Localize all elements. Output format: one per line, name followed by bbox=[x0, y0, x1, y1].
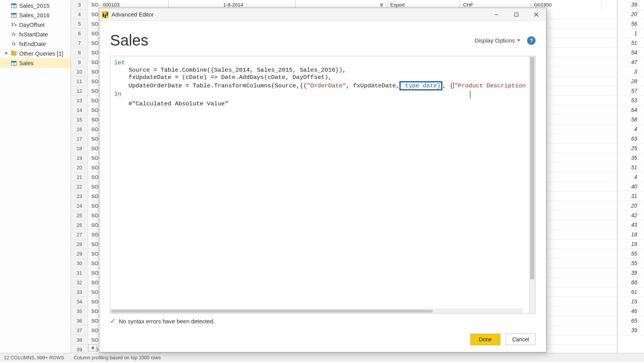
row-number[interactable]: 23 bbox=[71, 192, 88, 201]
syntax-message: No syntax errors have been detected. bbox=[119, 318, 215, 324]
row-number[interactable]: 39 bbox=[71, 345, 88, 353]
minimize-button[interactable] bbox=[488, 9, 505, 20]
scroll-thumb[interactable] bbox=[530, 57, 534, 279]
row-number[interactable]: 11 bbox=[71, 77, 88, 86]
row-number[interactable]: 8 bbox=[71, 48, 88, 57]
code-keyword: let bbox=[114, 59, 125, 66]
row-number[interactable]: 16 bbox=[71, 124, 88, 134]
done-button[interactable]: Done bbox=[470, 334, 500, 345]
dialog-title: Advanced Editor bbox=[112, 11, 485, 18]
right-value: 42 bbox=[618, 211, 644, 220]
code-area[interactable]: let Source = Table.Combine({Sales_2014, … bbox=[110, 56, 529, 313]
row-number[interactable]: 21 bbox=[71, 172, 88, 182]
caret-down-icon bbox=[5, 52, 8, 54]
right-value: 43 bbox=[618, 220, 644, 230]
right-value: 39 bbox=[618, 268, 644, 278]
row-number[interactable]: 12 bbox=[71, 86, 88, 96]
row-number[interactable]: 24 bbox=[71, 201, 88, 211]
help-button[interactable]: ? bbox=[527, 36, 536, 45]
row-number[interactable]: 6 bbox=[71, 29, 88, 38]
row-number[interactable]: 18 bbox=[71, 144, 88, 153]
right-value: 3 bbox=[618, 67, 644, 77]
right-value: 55 bbox=[618, 249, 644, 259]
dialog-titlebar[interactable]: Advanced Editor bbox=[99, 8, 546, 21]
right-value: 58 bbox=[618, 115, 644, 124]
minimize-icon bbox=[494, 12, 499, 17]
scroll-left-button[interactable] bbox=[88, 344, 97, 352]
query-item[interactable]: 1²₃ DayOffset bbox=[0, 20, 71, 29]
row-number[interactable]: 32 bbox=[71, 278, 88, 287]
code-editor[interactable]: let Source = Table.Combine({Sales_2014, … bbox=[110, 56, 536, 314]
vertical-scrollbar[interactable] bbox=[529, 56, 535, 313]
row-number[interactable]: 30 bbox=[71, 259, 88, 268]
code-string: "OrderDate" bbox=[307, 82, 346, 89]
row-number[interactable]: 4 bbox=[71, 10, 88, 19]
right-value: 65 bbox=[618, 316, 644, 326]
row-number[interactable]: 34 bbox=[71, 297, 88, 306]
close-button[interactable] bbox=[528, 9, 545, 20]
highlighted-selection: type date} bbox=[399, 81, 442, 90]
row-number[interactable]: 36 bbox=[71, 316, 88, 326]
row-number[interactable]: 14 bbox=[71, 105, 88, 115]
query-group[interactable]: Other Queries [1] bbox=[0, 49, 71, 58]
right-value: 46 bbox=[618, 306, 644, 316]
row-number[interactable]: 5 bbox=[71, 19, 88, 29]
row-number[interactable]: 33 bbox=[71, 287, 88, 297]
query-label: Sales_2016 bbox=[19, 12, 49, 18]
row-number[interactable]: 22 bbox=[71, 182, 88, 192]
row-number[interactable]: 7 bbox=[71, 38, 88, 48]
row-number[interactable]: 31 bbox=[71, 268, 88, 278]
horizontal-scrollbar[interactable] bbox=[110, 309, 523, 313]
right-value: 28 bbox=[618, 77, 644, 86]
row-number[interactable]: 17 bbox=[71, 134, 88, 144]
row-number[interactable]: 20 bbox=[71, 163, 88, 172]
query-item[interactable]: fx fxStartDate bbox=[0, 29, 71, 39]
status-bar: 12 COLUMNS, 999+ ROWS Column profiling b… bbox=[0, 353, 644, 362]
scroll-thumb[interactable] bbox=[111, 310, 433, 313]
number-icon: 1²₃ bbox=[11, 22, 17, 28]
close-icon bbox=[534, 12, 539, 17]
row-number[interactable]: 37 bbox=[71, 326, 88, 335]
right-value: 4 bbox=[618, 172, 644, 182]
right-value: 4 bbox=[618, 124, 644, 134]
svg-rect-1 bbox=[515, 13, 518, 16]
right-value: 66 bbox=[618, 278, 644, 287]
display-options-label: Display Options bbox=[475, 37, 515, 44]
row-number[interactable]: 28 bbox=[71, 239, 88, 249]
display-options-dropdown[interactable]: Display Options bbox=[475, 37, 520, 44]
right-value: 19 bbox=[618, 239, 644, 249]
row-number[interactable]: 35 bbox=[71, 306, 88, 316]
row-number[interactable]: 29 bbox=[71, 249, 88, 259]
row-number[interactable]: 38 bbox=[71, 335, 88, 345]
code-text: , { bbox=[442, 82, 453, 89]
right-value: 51 bbox=[618, 38, 644, 48]
query-item[interactable]: Sales_2015 bbox=[0, 1, 71, 10]
table-icon bbox=[11, 3, 17, 9]
right-value: 31 bbox=[618, 192, 644, 201]
queries-panel: Sales_2015 Sales_2016 1²₃ DayOffset fx f… bbox=[0, 0, 71, 353]
right-value: 54 bbox=[618, 48, 644, 57]
query-item-selected[interactable]: Sales bbox=[0, 58, 71, 68]
query-item[interactable]: Sales_2016 bbox=[0, 10, 71, 20]
secondary-cursor bbox=[470, 91, 470, 98]
code-keyword: in bbox=[114, 90, 122, 97]
row-number[interactable]: 27 bbox=[71, 230, 88, 239]
row-number[interactable]: 19 bbox=[71, 153, 88, 163]
code-line: UpdateOrderDate = Table.TransformColumns… bbox=[114, 82, 307, 89]
function-icon: fx bbox=[11, 31, 17, 38]
row-number[interactable]: 26 bbox=[71, 220, 88, 230]
code-line: fxUpdateDate = (cDate) => Date.AddDays(c… bbox=[114, 74, 332, 81]
row-number[interactable]: 10 bbox=[71, 67, 88, 77]
row-number[interactable]: 3 bbox=[71, 0, 88, 10]
row-number[interactable]: 25 bbox=[71, 211, 88, 220]
row-number[interactable]: 15 bbox=[71, 115, 88, 124]
right-value: 20 bbox=[618, 201, 644, 211]
maximize-button[interactable] bbox=[508, 9, 525, 20]
query-item[interactable]: fx fxEndDate bbox=[0, 39, 71, 49]
query-label: fxEndDate bbox=[19, 41, 46, 47]
query-group-label: Other Queries [1] bbox=[19, 50, 63, 57]
cancel-button[interactable]: Cancel bbox=[506, 334, 536, 345]
row-number[interactable]: 13 bbox=[71, 96, 88, 105]
row-number[interactable]: 9 bbox=[71, 57, 88, 67]
right-value: 53 bbox=[618, 96, 644, 105]
